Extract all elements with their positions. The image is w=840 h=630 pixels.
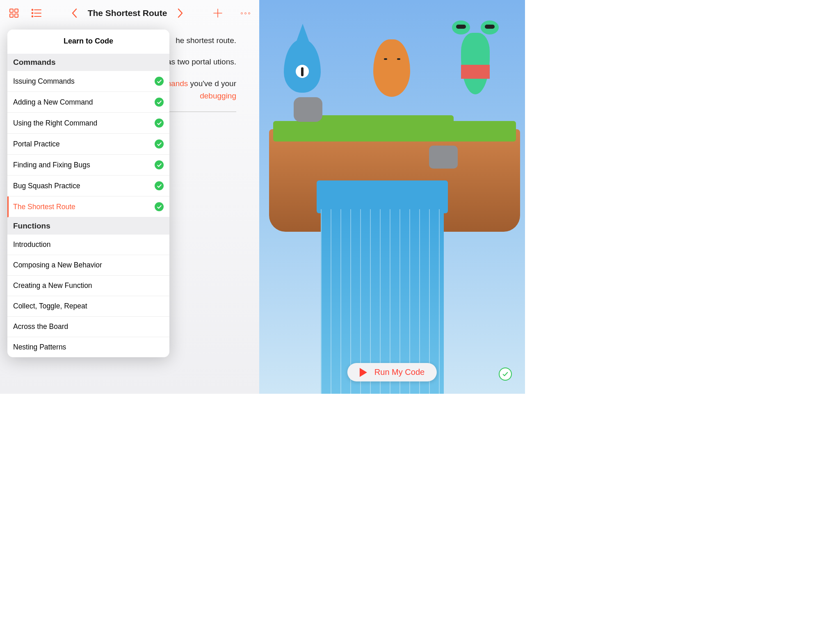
svg-rect-3 <box>15 14 18 17</box>
next-page-icon[interactable] <box>178 8 183 18</box>
lesson-label: Nesting Patterns <box>13 343 66 352</box>
character-byte <box>453 33 498 107</box>
lesson-label: Adding a New Command <box>13 98 93 107</box>
text-fragment: you've d your <box>188 79 236 88</box>
lesson-item[interactable]: Issuing Commands <box>7 71 169 92</box>
play-icon <box>360 368 367 377</box>
checkmark-icon <box>155 119 164 128</box>
dropdown-title: Learn to Code <box>7 30 169 54</box>
svg-rect-1 <box>15 9 18 12</box>
status-complete-icon[interactable] <box>499 368 512 381</box>
lesson-item[interactable]: Across the Board <box>7 317 169 337</box>
character-blu <box>280 39 325 113</box>
checkmark-icon <box>155 160 164 169</box>
lesson-item[interactable]: Introduction <box>7 235 169 255</box>
lesson-item[interactable]: Creating a New Function <box>7 276 169 296</box>
checkmark-icon <box>155 77 164 86</box>
page-title: The Shortest Route <box>88 8 167 18</box>
svg-point-4 <box>32 9 33 11</box>
svg-rect-0 <box>10 9 13 12</box>
run-my-code-button[interactable]: Run My Code <box>347 363 437 381</box>
checkmark-icon <box>155 98 164 107</box>
lesson-item[interactable]: Collect, Toggle, Repeat <box>7 296 169 317</box>
grid-view-icon[interactable] <box>9 8 19 18</box>
pond <box>317 180 448 213</box>
lesson-item[interactable]: Nesting Patterns <box>7 337 169 357</box>
lesson-item[interactable]: Adding a New Command <box>7 92 169 113</box>
lesson-label: Issuing Commands <box>13 77 75 86</box>
lesson-label: Across the Board <box>13 322 68 331</box>
lesson-label: Finding and Fixing Bugs <box>13 161 90 169</box>
grass-upper <box>318 115 454 136</box>
list-view-icon[interactable] <box>31 8 42 18</box>
prev-page-icon[interactable] <box>71 8 77 18</box>
lesson-item[interactable]: Bug Squash Practice <box>7 176 169 196</box>
stone-block <box>429 146 458 169</box>
lesson-label: Introduction <box>13 240 50 249</box>
lesson-item[interactable]: Composing a New Behavior <box>7 255 169 276</box>
svg-point-8 <box>32 16 33 17</box>
lesson-item[interactable]: Finding and Fixing Bugs <box>7 155 169 176</box>
lesson-label: The Shortest Route <box>13 203 75 211</box>
lesson-label: Collect, Toggle, Repeat <box>13 302 87 310</box>
run-button-label: Run My Code <box>374 368 425 377</box>
toolbar: The Shortest Route <box>0 0 259 26</box>
checkmark-icon <box>155 202 164 211</box>
lesson-item[interactable]: Using the Right Command <box>7 113 169 134</box>
chapter-dropdown: Learn to Code CommandsIssuing CommandsAd… <box>7 30 169 357</box>
editor-pane: The Shortest Route he shortest route. yo… <box>0 0 259 394</box>
lesson-label: Composing a New Behavior <box>13 261 102 269</box>
scene-pane: Run My Code <box>259 0 525 394</box>
more-icon[interactable] <box>241 8 250 18</box>
lesson-label: Bug Squash Practice <box>13 182 80 190</box>
text-fragment: he shortest route. <box>176 36 236 45</box>
checkmark-icon <box>155 139 164 148</box>
lesson-item[interactable]: The Shortest Route <box>7 196 169 217</box>
section-header: Functions <box>7 217 169 235</box>
svg-point-6 <box>32 13 33 14</box>
character-hopper <box>369 39 414 113</box>
checkmark-icon <box>155 181 164 190</box>
lesson-label: Portal Practice <box>13 140 60 148</box>
add-icon[interactable] <box>213 8 223 18</box>
svg-rect-2 <box>10 14 13 17</box>
lesson-label: Using the Right Command <box>13 119 97 128</box>
lesson-label: Creating a New Function <box>13 281 92 290</box>
keyword-debugging[interactable]: debugging <box>200 91 236 100</box>
lesson-item[interactable]: Portal Practice <box>7 134 169 155</box>
section-header: Commands <box>7 54 169 71</box>
